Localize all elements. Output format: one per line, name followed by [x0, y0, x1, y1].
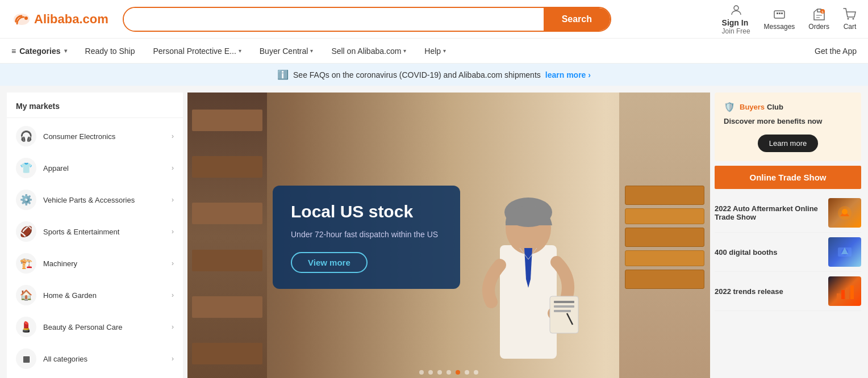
box-2	[625, 208, 704, 224]
sidebar-chevron-5: ›	[172, 291, 174, 299]
nav-categories[interactable]: ≡ Categories ▾	[11, 39, 67, 63]
buyers-club-learn-more-button[interactable]: Learn more	[758, 135, 818, 152]
get-app-link[interactable]: Get the App	[815, 47, 857, 56]
nav-chevron-2: ▾	[310, 48, 313, 54]
svg-rect-25	[850, 285, 854, 299]
hero-overlay-box: Local US stock Under 72-hour fast dispat…	[273, 186, 460, 289]
hero-title: Local US stock	[291, 201, 442, 222]
sidebar-item-home-garden[interactable]: 🏠 Home & Garden ›	[7, 279, 183, 311]
sign-in-action[interactable]: Sign In Join Free	[722, 3, 750, 35]
alibaba-logo-icon	[11, 11, 32, 27]
buyers-club-header: 🛡️ Buyers Club	[724, 102, 852, 112]
club-label: Club	[767, 103, 783, 111]
shelf-row-2	[192, 156, 262, 178]
search-input[interactable]	[124, 8, 544, 31]
header: Alibaba.com Search Sign In Join Free Mes…	[0, 0, 868, 39]
buyers-club-description: Discover more benefits now	[724, 117, 852, 125]
trade-show-text-1: 400 digital booths	[715, 248, 823, 257]
shelf-row-5	[192, 296, 262, 318]
shelf-row-3	[192, 203, 262, 224]
join-free-label: Join Free	[722, 27, 750, 35]
svg-rect-14	[554, 301, 574, 303]
trade-show-thumb-icon-2	[833, 281, 856, 301]
messages-icon	[773, 8, 786, 22]
sidebar-item-all-categories[interactable]: ▦ All categories ›	[7, 343, 183, 375]
nav-help[interactable]: Help ▾	[424, 39, 446, 63]
sidebar-item-sports[interactable]: 🏈 Sports & Entertainment ›	[7, 216, 183, 247]
vehicle-parts-icon: ⚙️	[16, 190, 36, 210]
dot-1[interactable]	[419, 370, 424, 375]
info-icon: ℹ️	[277, 69, 289, 80]
trade-show-item-0[interactable]: 2022 Auto Aftermarket Online Trade Show	[715, 194, 861, 233]
dot-7[interactable]	[474, 370, 478, 375]
trade-show-thumb-1	[828, 237, 861, 267]
hero-view-more-button[interactable]: View more	[291, 252, 368, 273]
trade-show-item-1[interactable]: 400 digital booths	[715, 233, 861, 272]
svg-point-8	[848, 18, 849, 19]
buyers-label: Buyers	[740, 103, 765, 111]
nav-personal-protective[interactable]: Personal Protective E... ▾	[153, 39, 241, 63]
trade-show-text-0: 2022 Auto Aftermarket Online Trade Show	[715, 204, 823, 221]
logo-text: Alibaba.com	[34, 12, 108, 27]
cart-label: Cart	[844, 23, 857, 31]
sidebar-item-consumer-electronics[interactable]: 🎧 Consumer Electronics ›	[7, 120, 183, 152]
svg-rect-24	[846, 288, 849, 299]
orders-icon: $	[812, 8, 826, 22]
trade-show-thumb-2	[828, 276, 861, 306]
search-button[interactable]: Search	[544, 8, 610, 31]
trade-show-thumb-icon-0	[833, 203, 856, 223]
sidebar-chevron-0: ›	[172, 132, 174, 140]
logo[interactable]: Alibaba.com	[11, 11, 114, 27]
sidebar-item-machinery[interactable]: 🏗️ Machinery ›	[7, 247, 183, 279]
beauty-icon: 💄	[16, 317, 36, 337]
announcement-bar: ℹ️ See FAQs on the coronavirus (COVID-19…	[0, 64, 868, 86]
consumer-electronics-icon: 🎧	[16, 126, 36, 146]
trade-show-thumb-0	[828, 198, 861, 228]
shelf-row-1	[192, 110, 262, 131]
svg-rect-5	[781, 12, 783, 14]
orders-action[interactable]: $ Orders	[808, 8, 829, 31]
dot-3[interactable]	[437, 370, 442, 375]
hero-person-svg	[466, 166, 591, 378]
nav-bar: ≡ Categories ▾ Ready to Ship Personal Pr…	[0, 39, 868, 64]
sidebar-item-apparel[interactable]: 👕 Apparel ›	[7, 152, 183, 184]
svg-rect-4	[779, 12, 781, 14]
nav-ready-to-ship[interactable]: Ready to Ship	[85, 39, 135, 63]
box-1	[625, 186, 704, 205]
online-trade-show-button[interactable]: Online Trade Show	[715, 166, 861, 189]
svg-rect-22	[837, 293, 840, 299]
svg-rect-15	[554, 305, 574, 308]
learn-more-link[interactable]: learn more ›	[545, 70, 591, 79]
nav-buyer-central[interactable]: Buyer Central ▾	[260, 39, 314, 63]
nav-chevron-3: ▾	[403, 48, 406, 54]
sign-in-label: Sign In	[722, 18, 750, 27]
hamburger-icon: ≡	[11, 47, 16, 56]
sidebar-chevron-6: ›	[172, 323, 174, 331]
dot-2[interactable]	[428, 370, 433, 375]
cart-action[interactable]: Cart	[843, 8, 857, 31]
sidebar-chevron-7: ›	[172, 355, 174, 363]
categories-chevron: ▾	[64, 48, 67, 54]
dot-6[interactable]	[465, 370, 469, 375]
cart-icon	[843, 8, 857, 22]
svg-rect-16	[554, 310, 571, 312]
messages-label: Messages	[764, 23, 795, 31]
svg-point-0	[24, 16, 28, 20]
nav-sell[interactable]: Sell on Alibaba.com ▾	[331, 39, 406, 63]
sidebar-title: My markets	[7, 99, 183, 118]
dot-4[interactable]	[446, 370, 451, 375]
carousel-dots	[419, 370, 478, 375]
sidebar-item-beauty[interactable]: 💄 Beauty & Personal Care ›	[7, 311, 183, 343]
trade-show-thumb-icon-1	[833, 242, 856, 262]
dot-5-active[interactable]	[456, 370, 460, 375]
svg-rect-2	[774, 11, 784, 18]
header-actions: Sign In Join Free Messages $ Orders	[722, 3, 857, 35]
sidebar-chevron-3: ›	[172, 228, 174, 236]
sidebar-item-vehicle-parts[interactable]: ⚙️ Vehicle Parts & Accessories ›	[7, 184, 183, 216]
box-4	[625, 250, 704, 266]
trade-show-item-2[interactable]: 2022 trends release	[715, 272, 861, 311]
announcement-text: See FAQs on the coronavirus (COVID-19) a…	[293, 70, 541, 79]
buyers-club-card: 🛡️ Buyers Club Discover more benefits no…	[715, 93, 861, 161]
messages-action[interactable]: Messages	[764, 8, 795, 31]
svg-point-19	[842, 209, 848, 215]
